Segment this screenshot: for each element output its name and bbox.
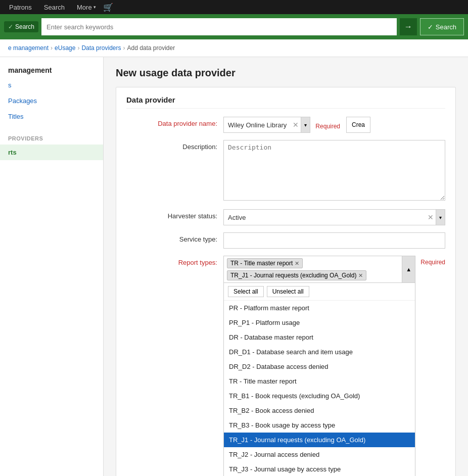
search-input[interactable] (41, 18, 397, 35)
provider-name-arrow-icon[interactable]: ▾ (301, 117, 310, 132)
dropdown-item-trj3[interactable]: TR_J3 - Journal usage by access type (224, 462, 415, 476)
service-type-input[interactable] (223, 232, 445, 249)
field-description (223, 140, 445, 202)
data-provider-card: Data provider Data provider name: Wiley … (116, 87, 456, 476)
provider-name-required: Required (315, 120, 340, 130)
dropdown-item-trb3[interactable]: TR_B3 - Book usage by access type (224, 418, 415, 433)
report-types-dropdown: Select all Unselect all PR - Platform ma… (223, 282, 415, 476)
dropdown-item-trj1[interactable]: TR_J1 - Journal requests (excluding OA_G… (224, 433, 415, 447)
breadcrumb: e management › eUsage › Data providers ›… (0, 39, 468, 57)
cart-icon[interactable]: 🛒 (103, 3, 113, 12)
unselect-all-button[interactable]: Unselect all (267, 286, 309, 297)
search-check-icon: ✓ (428, 23, 433, 31)
sidebar-item-titles[interactable]: Titles (0, 109, 103, 124)
label-report-types: Report types: (126, 256, 217, 266)
breadcrumb-data-providers[interactable]: Data providers (81, 44, 121, 52)
tag-trj1-remove-icon[interactable]: ✕ (358, 272, 363, 279)
provider-name-clear-icon[interactable]: ✕ (291, 121, 301, 129)
tag-trj1-label: TR_J1 - Journal requests (excluding OA_G… (230, 272, 356, 279)
harvester-status-select[interactable]: Active ✕ ▾ (223, 209, 445, 225)
form-row-provider-name: Data provider name: Wiley Online Library… (126, 117, 445, 133)
sidebar-title: management (0, 61, 103, 77)
dropdown-item-trb1[interactable]: TR_B1 - Book requests (excluding OA_Gold… (224, 389, 415, 403)
form-row-report-types: Report types: TR - Title master report ✕ (126, 256, 445, 476)
label-provider-name: Data provider name: (126, 117, 217, 127)
top-navigation: Patrons Search More ▾ 🛒 (0, 0, 468, 14)
report-types-required: Required (420, 256, 445, 266)
breadcrumb-sep-2: › (77, 44, 79, 52)
dropdown-item-prp1[interactable]: PR_P1 - Platform usage (224, 315, 415, 330)
more-dropdown-icon: ▾ (93, 5, 96, 10)
dropdown-item-drd1[interactable]: DR_D1 - Database search and item usage (224, 345, 415, 359)
nav-search[interactable]: Search (39, 2, 70, 13)
sidebar-item-s[interactable]: s (0, 77, 103, 93)
breadcrumb-sep-1: › (51, 44, 53, 52)
form-row-harvester-status: Harvester status: Active ✕ ▾ (126, 209, 445, 225)
sidebar-item-packages[interactable]: Packages (0, 93, 103, 109)
provider-name-select[interactable]: Wiley Online Library ✕ ▾ (223, 117, 310, 133)
dropdown-item-drd2[interactable]: DR_D2 - Database access denied (224, 359, 415, 374)
report-types-collapse-button[interactable]: ▲ (402, 256, 415, 282)
form-row-description: Description: (126, 140, 445, 202)
description-textarea[interactable] (223, 140, 445, 201)
dropdown-actions: Select all Unselect all (224, 283, 415, 301)
nav-more[interactable]: More ▾ (72, 2, 101, 13)
dropdown-item-dr[interactable]: DR - Database master report (224, 330, 415, 345)
dropdown-item-trj2[interactable]: TR_J2 - Journal access denied (224, 447, 415, 462)
field-harvester-status: Active ✕ ▾ (223, 209, 445, 225)
tag-trj1: TR_J1 - Journal requests (excluding OA_G… (227, 270, 366, 280)
tag-tr: TR - Title master report ✕ (227, 258, 303, 268)
search-tag-label: Search (15, 23, 34, 30)
page-title: New usage data provider (116, 67, 456, 79)
page-layout: management s Packages Titles providers r… (0, 57, 468, 476)
search-bar: ✓ Search → ✓ Search (0, 14, 468, 39)
breadcrumb-emanagement[interactable]: e management (8, 44, 49, 52)
tag-tr-label: TR - Title master report (230, 260, 293, 267)
sidebar-item-rts[interactable]: rts (0, 145, 103, 160)
breadcrumb-eusage[interactable]: eUsage (55, 44, 75, 52)
dropdown-item-tr[interactable]: TR - Title master report (224, 374, 415, 389)
search-button[interactable]: ✓ Search (420, 18, 464, 35)
harvester-status-value: Active (224, 214, 426, 221)
label-service-type: Service type: (126, 232, 217, 243)
sidebar-section-providers: providers (0, 132, 103, 145)
main-content: New usage data provider Data provider Da… (104, 57, 468, 476)
check-icon: ✓ (8, 23, 13, 30)
report-types-tags-area: TR - Title master report ✕ TR_J1 - Journ… (224, 256, 415, 282)
provider-name-value: Wiley Online Library (224, 121, 291, 129)
report-types-container[interactable]: TR - Title master report ✕ TR_J1 - Journ… (223, 256, 415, 283)
form-row-service-type: Service type: (126, 232, 445, 249)
field-report-types: TR - Title master report ✕ TR_J1 - Journ… (223, 256, 445, 476)
breadcrumb-current: Add data provider (127, 44, 175, 52)
select-all-button[interactable]: Select all (228, 286, 264, 297)
search-tag: ✓ Search (4, 21, 38, 32)
tag-tr-remove-icon[interactable]: ✕ (295, 260, 299, 267)
dropdown-item-pr[interactable]: PR - Platform master report (224, 301, 415, 315)
harvester-status-clear-icon[interactable]: ✕ (426, 213, 436, 221)
data-provider-section-title: Data provider (126, 96, 445, 109)
search-go-button[interactable]: → (400, 18, 417, 35)
field-provider-name: Wiley Online Library ✕ ▾ Required Crea (223, 117, 445, 133)
nav-patrons[interactable]: Patrons (4, 2, 37, 13)
dropdown-item-trb2[interactable]: TR_B2 - Book access denied (224, 403, 415, 418)
breadcrumb-sep-3: › (123, 44, 125, 52)
sidebar: management s Packages Titles providers r… (0, 57, 104, 476)
provider-name-create-button[interactable]: Crea (346, 117, 370, 133)
harvester-status-arrow-icon[interactable]: ▾ (436, 210, 445, 225)
label-harvester-status: Harvester status: (126, 209, 217, 220)
field-service-type (223, 232, 445, 249)
label-description: Description: (126, 140, 217, 151)
